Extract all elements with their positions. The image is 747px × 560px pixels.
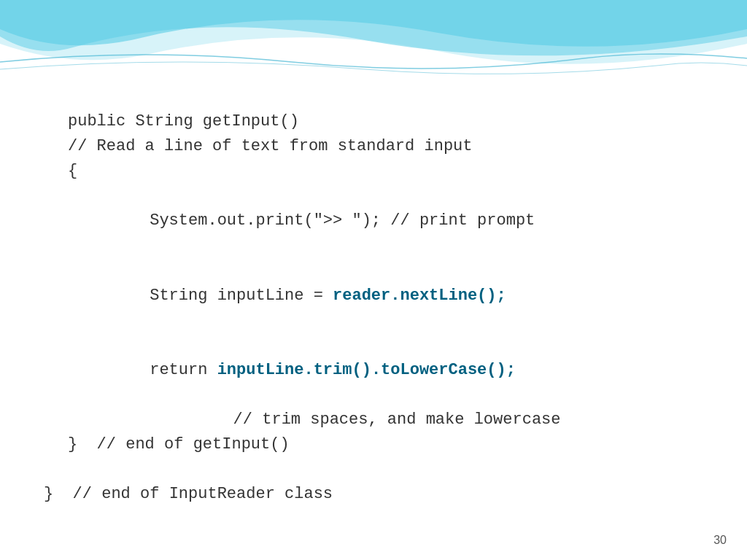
code-line-2: // Read a line of text from standard inp… xyxy=(44,134,703,159)
page-number: 30 xyxy=(713,534,727,547)
slide: public String getInput() // Read a line … xyxy=(0,0,747,560)
code-line-5a: String inputLine = xyxy=(150,287,333,305)
code-line-1: public String getInput() xyxy=(44,109,703,134)
code-line-5: String inputLine = reader.nextLine(); xyxy=(44,259,703,333)
code-line-3: { xyxy=(44,159,703,184)
code-area: public String getInput() // Read a line … xyxy=(44,109,703,508)
code-line-6b: inputLine.trim().toLowerCase(); xyxy=(217,361,516,379)
wave-header xyxy=(0,0,747,80)
code-line-10: } // end of InputReader class xyxy=(44,482,703,507)
code-line-4-text: System.out.print(">> "); // print prompt xyxy=(150,211,535,230)
code-line-7: // trim spaces, and make lowercase xyxy=(44,408,703,432)
code-line-6a: return xyxy=(150,361,217,379)
code-line-8: } // end of getInput() xyxy=(44,432,703,457)
code-line-4: System.out.print(">> "); // print prompt xyxy=(44,184,703,258)
code-line-6: return inputLine.trim().toLowerCase(); xyxy=(44,333,703,408)
code-line-5b: reader.nextLine(); xyxy=(333,287,506,305)
code-line-9 xyxy=(44,457,703,482)
